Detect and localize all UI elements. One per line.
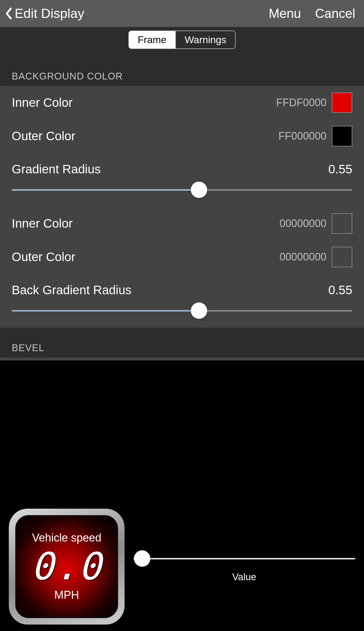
- slider-track: [133, 558, 355, 559]
- inner-color-swatch[interactable]: [332, 92, 352, 113]
- tab-warnings[interactable]: Warnings: [175, 31, 235, 48]
- row-label: Back Gradient Radius: [12, 283, 132, 297]
- inner-color-hex-2: 00000000: [280, 217, 326, 230]
- slider-thumb[interactable]: [191, 302, 207, 319]
- gauge-frame: Vehicle speed 0.0 MPH: [9, 509, 125, 625]
- section-header-background: BACKGROUND COLOR: [0, 56, 364, 86]
- segmented-control: Frame Warnings: [128, 31, 236, 49]
- gradient-radius-row: Gradient Radius 0.55: [0, 153, 364, 179]
- value-slider[interactable]: [133, 550, 355, 567]
- back-gradient-radius-row: Back Gradient Radius 0.55: [0, 274, 364, 300]
- cancel-button[interactable]: Cancel: [315, 6, 355, 21]
- back-gradient-radius-value: 0.55: [328, 283, 352, 297]
- bevel-panel: [0, 358, 364, 361]
- gauge-unit: MPH: [54, 589, 79, 601]
- outer-color-hex: FF000000: [278, 130, 326, 142]
- navbar: Edit Display Menu Cancel: [0, 0, 364, 27]
- slider-fill: [12, 310, 199, 312]
- row-label: Gradient Radius: [12, 162, 101, 176]
- back-gradient-radius-slider[interactable]: [12, 302, 352, 319]
- value-slider-col: Value: [133, 550, 355, 583]
- chevron-left-icon: [4, 6, 13, 21]
- menu-button[interactable]: Menu: [269, 6, 301, 21]
- outer-color-row[interactable]: Outer Color FF000000: [0, 119, 364, 153]
- nav-back-label: Edit Display: [15, 6, 84, 21]
- outer-color-hex-2: 00000000: [280, 251, 326, 263]
- gradient-radius-slider[interactable]: [12, 182, 352, 198]
- value-slider-label: Value: [232, 571, 256, 583]
- outer-color-row-2[interactable]: Outer Color 00000000: [0, 240, 364, 274]
- row-label: Inner Color: [12, 216, 73, 231]
- outer-color-swatch-2[interactable]: [332, 247, 352, 267]
- gauge-title: Vehicle speed: [32, 532, 101, 544]
- nav-right: Menu Cancel: [269, 6, 355, 21]
- row-label: Outer Color: [12, 250, 75, 264]
- segmented-wrap: Frame Warnings: [0, 27, 364, 56]
- back-gradient-radius-slider-wrap: [0, 300, 364, 328]
- scroll-area[interactable]: Frame Warnings BACKGROUND COLOR Inner Co…: [0, 27, 364, 502]
- inner-color-row-2[interactable]: Inner Color 00000000: [0, 207, 364, 240]
- row-label: Outer Color: [12, 129, 75, 143]
- slider-thumb[interactable]: [134, 550, 150, 567]
- slider-thumb[interactable]: [191, 182, 207, 198]
- inner-color-hex: FFDF0000: [276, 97, 326, 109]
- preview-area: Vehicle speed 0.0 MPH Value: [0, 502, 364, 631]
- tab-frame[interactable]: Frame: [129, 31, 175, 48]
- gauge-value: 0.0: [31, 548, 102, 585]
- inner-color-swatch-2[interactable]: [332, 213, 352, 234]
- section-header-bevel: BEVEL: [0, 328, 364, 358]
- gradient-radius-value: 0.55: [328, 162, 352, 176]
- gradient-radius-slider-wrap: [0, 179, 364, 207]
- outer-color-swatch[interactable]: [332, 126, 352, 146]
- inner-color-row[interactable]: Inner Color FFDF0000: [0, 86, 364, 119]
- nav-back[interactable]: Edit Display: [4, 6, 84, 21]
- background-color-panel: Inner Color FFDF0000 Outer Color FF00000…: [0, 86, 364, 328]
- row-label: Inner Color: [12, 96, 73, 110]
- gauge-inner: Vehicle speed 0.0 MPH: [15, 515, 118, 618]
- slider-fill: [12, 189, 199, 191]
